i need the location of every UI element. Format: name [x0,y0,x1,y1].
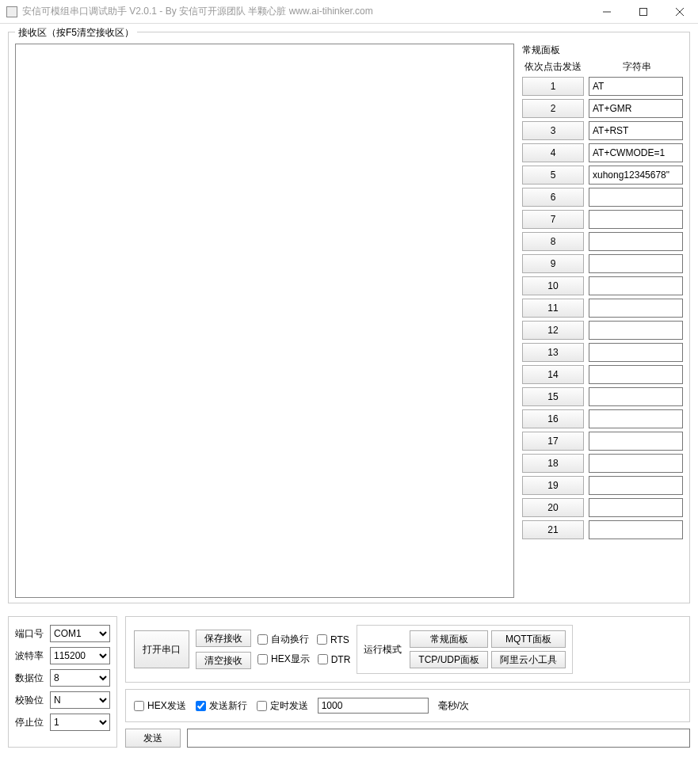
mode-label: 运行模式 [364,643,402,657]
rts-label: RTS [330,634,349,645]
open-port-button[interactable]: 打开串口 [134,630,189,668]
receive-group-label: 接收区（按F5清空接收区） [15,26,137,40]
cmd-row: 1 [522,77,683,96]
cmd-string-input[interactable] [589,409,683,428]
cmd-send-button[interactable]: 3 [522,121,584,140]
databits-select[interactable]: 8 [50,669,110,687]
parity-select[interactable]: N [50,691,110,709]
cmd-row: 10 [522,276,683,295]
mode-aliyun-button[interactable]: 阿里云小工具 [491,651,566,668]
send-button[interactable]: 发送 [125,729,181,748]
close-icon [676,8,684,16]
cmd-send-button[interactable]: 19 [522,476,584,495]
cmd-send-button[interactable]: 11 [522,299,584,318]
cmd-send-button[interactable]: 9 [522,254,584,273]
cmd-string-input[interactable] [589,121,683,140]
mode-normal-button[interactable]: 常规面板 [410,630,488,648]
cmd-send-button[interactable]: 10 [522,276,584,295]
maximize-button[interactable] [625,0,662,24]
receive-group: 接收区（按F5清空接收区） 常规面板 依次点击发送 字符串 1234567891… [8,32,690,603]
cmd-string-input[interactable] [589,387,683,406]
cmd-string-input[interactable] [589,232,683,251]
cmd-row: 20 [522,498,683,517]
stopbits-select[interactable]: 1 [50,714,110,731]
command-panel-title: 常规面板 [522,44,683,57]
cmd-send-button[interactable]: 2 [522,99,584,118]
dtr-label: DTR [331,654,351,665]
controls-group: 打开串口 保存接收 清空接收 自动换行 RTS HEX显示 DTR 运行模式 常… [125,616,690,683]
hex-show-label: HEX显示 [271,653,310,666]
cmd-row: 14 [522,365,683,384]
cmd-send-button[interactable]: 12 [522,321,584,340]
cmd-row: 19 [522,476,683,495]
receive-textarea[interactable] [15,44,514,598]
cmd-send-button[interactable]: 7 [522,210,584,229]
hex-show-checkbox[interactable] [257,654,268,664]
cmd-string-input[interactable] [589,454,683,473]
stopbits-label: 停止位 [15,716,47,729]
hex-send-checkbox[interactable] [134,701,144,711]
mode-mqtt-button[interactable]: MQTT面板 [491,630,566,648]
cmd-string-input[interactable] [589,476,683,495]
cmd-string-input[interactable] [589,520,683,539]
cmd-send-button[interactable]: 6 [522,188,584,207]
cmd-string-input[interactable] [589,432,683,451]
cmd-string-input[interactable] [589,188,683,207]
cmd-send-button[interactable]: 13 [522,343,584,362]
cmd-row: 12 [522,321,683,340]
cmd-row: 21 [522,520,683,539]
minimize-button[interactable] [589,0,625,24]
cmd-send-button[interactable]: 18 [522,454,584,473]
cmd-row: 18 [522,454,683,473]
rts-checkbox[interactable] [317,634,327,645]
cmd-send-button[interactable]: 1 [522,77,584,96]
svg-rect-1 [640,8,647,15]
send-newline-checkbox[interactable] [196,701,206,711]
cmd-string-input[interactable] [589,143,683,162]
cmd-string-input[interactable] [589,166,683,185]
cmd-string-input[interactable] [589,254,683,273]
timed-send-checkbox[interactable] [257,701,267,711]
cmd-send-button[interactable]: 20 [522,498,584,517]
baud-select[interactable]: 115200 [50,647,110,664]
titlebar: 安信可模组串口调试助手 V2.0.1 - By 安信可开源团队 半颗心脏 www… [0,0,698,24]
cmd-string-input[interactable] [589,210,683,229]
interval-input[interactable] [318,698,429,714]
port-select[interactable]: COM1 [50,625,110,642]
maximize-icon [639,8,647,16]
cmd-string-input[interactable] [589,321,683,340]
cmd-row: 16 [522,409,683,428]
cmd-string-input[interactable] [589,498,683,517]
send-input[interactable] [187,729,690,748]
cmd-send-button[interactable]: 4 [522,143,584,162]
cmd-send-button[interactable]: 14 [522,365,584,384]
auto-wrap-label: 自动换行 [271,633,309,646]
cmd-row: 4 [522,143,683,162]
cmd-send-button[interactable]: 16 [522,409,584,428]
window-title: 安信可模组串口调试助手 V2.0.1 - By 安信可开源团队 半颗心脏 www… [22,5,589,18]
cmd-string-input[interactable] [589,77,683,96]
cmd-send-button[interactable]: 21 [522,520,584,539]
cmd-string-input[interactable] [589,99,683,118]
auto-wrap-checkbox[interactable] [257,634,268,645]
cmd-send-button[interactable]: 5 [522,166,584,185]
cmd-send-button[interactable]: 15 [522,387,584,406]
app-icon [6,6,17,17]
clear-receive-button[interactable]: 清空接收 [196,652,251,669]
save-receive-button[interactable]: 保存接收 [196,630,251,647]
cmd-string-input[interactable] [589,276,683,295]
cmd-send-button[interactable]: 17 [522,432,584,451]
send-newline-label: 发送新行 [209,699,247,713]
parity-label: 校验位 [15,694,47,707]
cmd-col-header-str: 字符串 [590,60,683,74]
cmd-string-input[interactable] [589,365,683,384]
mode-tcp-button[interactable]: TCP/UDP面板 [410,651,488,668]
dtr-checkbox[interactable] [318,654,328,664]
cmd-row: 3 [522,121,683,140]
cmd-string-input[interactable] [589,299,683,318]
cmd-send-button[interactable]: 8 [522,232,584,251]
cmd-row: 5 [522,166,683,185]
close-button[interactable] [662,0,698,24]
cmd-row: 11 [522,299,683,318]
cmd-string-input[interactable] [589,343,683,362]
